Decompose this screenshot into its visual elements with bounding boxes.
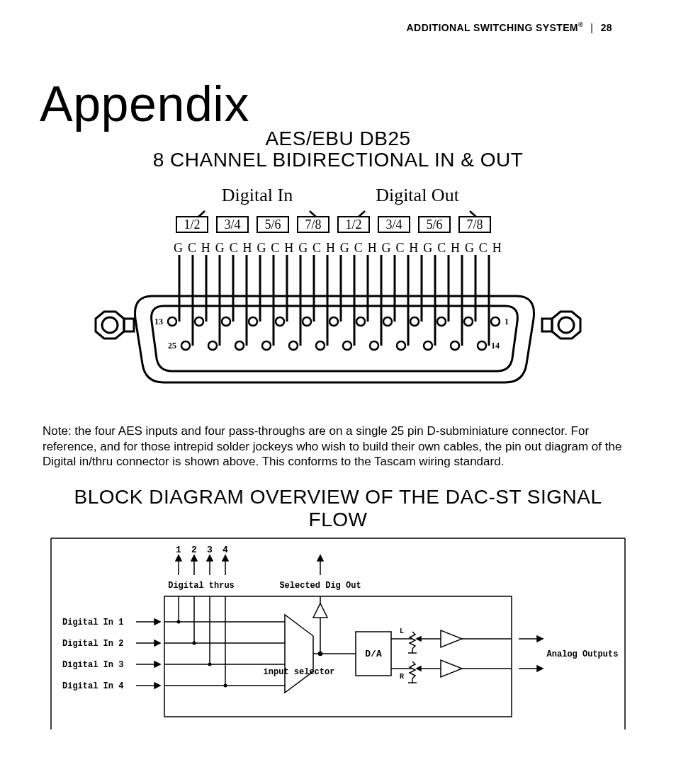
svg-text:3/4: 3/4 (224, 217, 240, 232)
svg-text:5/6: 5/6 (426, 217, 442, 232)
svg-point-57 (181, 341, 190, 350)
svg-marker-129 (441, 630, 462, 647)
svg-point-65 (397, 341, 405, 350)
svg-point-47 (249, 317, 257, 326)
svg-point-68 (478, 341, 486, 350)
digital-in-label: Digital In (222, 185, 293, 205)
l-label: L (400, 627, 404, 635)
svg-point-120 (319, 652, 322, 656)
input-selector-label: input selector (264, 667, 335, 677)
svg-marker-117 (285, 615, 313, 693)
svg-point-55 (464, 317, 473, 326)
svg-marker-76 (552, 312, 580, 339)
page-header: ADDITIONAL SWITCHING SYSTEM® | 28 (43, 21, 633, 33)
svg-marker-98 (154, 619, 160, 625)
svg-marker-100 (154, 640, 160, 646)
selected-dig-out-label: Selected Dig Out (279, 581, 361, 591)
svg-text:5/6: 5/6 (264, 217, 281, 232)
svg-text:4: 4 (222, 545, 228, 555)
page-number: 28 (601, 22, 612, 33)
svg-text:7/8: 7/8 (466, 217, 483, 232)
registered-mark: ® (578, 21, 583, 28)
da-label: D/A (365, 649, 382, 659)
svg-marker-93 (222, 555, 228, 561)
svg-marker-89 (191, 555, 197, 561)
svg-marker-73 (96, 312, 124, 339)
note-paragraph: Note: the four AES inputs and four pass-… (43, 424, 633, 469)
svg-point-59 (235, 341, 244, 350)
svg-point-53 (410, 317, 419, 326)
appendix-title: Appendix (40, 76, 633, 132)
svg-point-74 (102, 317, 118, 333)
analog-outputs-label: Analog Outputs (547, 649, 619, 659)
sub2: 8 CHANNEL BIDIRECTIONAL IN & OUT (153, 149, 524, 171)
svg-point-116 (224, 684, 227, 688)
svg-marker-141 (537, 636, 543, 642)
svg-point-62 (316, 341, 325, 350)
svg-point-113 (177, 620, 181, 624)
header-title: ADDITIONAL SWITCHING SYSTEM (407, 22, 578, 33)
svg-text:2: 2 (191, 545, 197, 555)
block-diagram: 1 2 3 4 Digital thrus Selected Dig Out D… (43, 533, 633, 731)
svg-point-44 (168, 317, 176, 326)
svg-text:1/2: 1/2 (184, 217, 200, 232)
svg-text:3/4: 3/4 (385, 217, 402, 232)
svg-text:25: 25 (168, 341, 176, 351)
svg-point-61 (289, 341, 298, 350)
svg-marker-128 (417, 637, 421, 641)
svg-point-49 (303, 317, 311, 326)
svg-point-58 (208, 341, 217, 350)
svg-rect-75 (124, 319, 134, 331)
svg-point-56 (491, 317, 500, 326)
svg-marker-91 (207, 555, 213, 561)
svg-marker-95 (317, 555, 323, 561)
svg-rect-96 (164, 596, 512, 717)
svg-point-77 (558, 317, 574, 333)
svg-point-66 (424, 341, 432, 350)
svg-point-115 (208, 663, 212, 666)
svg-text:1/2: 1/2 (345, 217, 361, 232)
svg-point-52 (383, 317, 392, 326)
digital-in-1: Digital In 1 (62, 618, 123, 627)
svg-marker-102 (154, 661, 160, 667)
svg-point-46 (222, 317, 230, 326)
svg-marker-137 (441, 660, 462, 677)
sub1: AES/EBU DB25 (265, 127, 410, 149)
header-sep: | (590, 22, 593, 33)
svg-marker-87 (176, 555, 181, 561)
digital-thrus-label: Digital thrus (168, 581, 235, 591)
gch-row: G C H G C H G C H G C H G C H G C H G C … (174, 241, 502, 255)
svg-text:13: 13 (154, 317, 163, 326)
svg-point-67 (451, 341, 459, 350)
svg-text:1: 1 (505, 317, 509, 326)
svg-point-60 (262, 341, 271, 350)
svg-point-64 (370, 341, 378, 350)
svg-rect-78 (542, 319, 552, 331)
digital-in-3: Digital In 3 (62, 660, 123, 670)
svg-point-114 (193, 642, 196, 645)
svg-marker-143 (537, 666, 543, 671)
appendix-subtitle: AES/EBU DB25 8 CHANNEL BIDIRECTIONAL IN … (43, 128, 633, 172)
svg-point-63 (343, 341, 351, 350)
svg-point-45 (195, 317, 203, 326)
svg-point-48 (276, 317, 284, 326)
svg-text:1: 1 (176, 545, 181, 555)
svg-text:3: 3 (207, 545, 213, 555)
svg-point-51 (356, 317, 365, 326)
db25-pinout-diagram: Digital In Digital Out 1/2 3/4 5/6 7/8 (43, 180, 633, 407)
digital-out-label: Digital Out (376, 185, 459, 205)
svg-point-50 (329, 317, 338, 326)
digital-in-2: Digital In 2 (62, 639, 123, 649)
digital-in-4: Digital In 4 (62, 681, 123, 691)
r-label: R (400, 673, 404, 681)
block-diagram-title: BLOCK DIAGRAM OVERVIEW OF THE DAC-ST SIG… (43, 486, 633, 531)
svg-marker-104 (154, 683, 160, 688)
svg-text:14: 14 (491, 341, 500, 351)
svg-marker-136 (417, 666, 421, 671)
svg-point-54 (437, 317, 446, 326)
pair-boxes: 1/2 3/4 5/6 7/8 1/2 3/4 5/6 7/8 (176, 217, 490, 232)
svg-marker-121 (313, 603, 327, 618)
svg-text:7/8: 7/8 (305, 217, 321, 232)
